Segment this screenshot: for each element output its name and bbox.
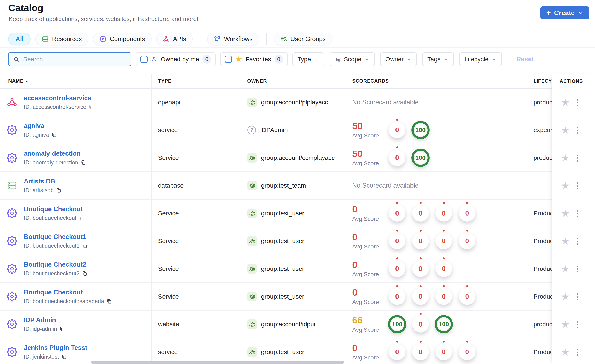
scorecard-gauge[interactable]: 0	[412, 344, 429, 360]
copy-icon[interactable]	[89, 104, 94, 110]
scorecard-gauge[interactable]: 0	[412, 205, 429, 222]
copy-icon[interactable]	[82, 243, 87, 249]
scorecard-gauge[interactable]: 0	[459, 288, 475, 305]
table-row[interactable]: IDP AdminID: idp-adminwebsitegroup:accou…	[0, 311, 595, 338]
tab-resources[interactable]: Resources	[35, 33, 88, 45]
favorite-star-icon[interactable]: ★	[561, 264, 570, 274]
owned-by-me-checkbox[interactable]	[141, 56, 148, 63]
table-row[interactable]: anomaly-detectionID: anomaly-detectionSe…	[0, 144, 595, 172]
scorecard-gauge[interactable]: 0	[459, 344, 475, 360]
scorecard-gauge[interactable]: 0	[389, 149, 405, 166]
scorecard-gauge[interactable]: 0	[435, 260, 452, 277]
entity-name-link[interactable]: accesscontrol-service	[24, 94, 94, 102]
column-header-name[interactable]: NAME ▲	[8, 78, 28, 84]
entity-name-link[interactable]: Artists DB	[24, 178, 62, 185]
kebab-menu-icon[interactable]	[575, 237, 580, 246]
scorecard-gauge[interactable]: 0	[435, 344, 452, 360]
column-header-owner[interactable]: OWNER	[247, 78, 267, 84]
favorite-star-icon[interactable]: ★	[561, 98, 570, 107]
scorecard-gauge[interactable]: 100	[411, 121, 430, 139]
column-header-scorecards[interactable]: SCORECARDS	[352, 78, 389, 84]
table-row[interactable]: Boutique CheckoutID: boutiquecheckoutSer…	[0, 200, 595, 227]
horizontal-scrollbar[interactable]	[91, 361, 344, 364]
table-row[interactable]: agnivaID: agnivaservice?IDPAdmin50Avg Sc…	[0, 116, 595, 144]
copy-icon[interactable]	[56, 188, 62, 193]
copy-icon[interactable]	[82, 271, 87, 276]
favorite-star-icon[interactable]: ★	[561, 347, 570, 357]
table-row[interactable]: Boutique CheckoutID: boutiquecheckoutdsa…	[0, 283, 595, 311]
entity-name-link[interactable]: IDP Admin	[24, 316, 65, 324]
favorite-star-icon[interactable]: ★	[561, 125, 570, 135]
scorecard-gauge[interactable]: 0	[435, 288, 452, 305]
kebab-menu-icon[interactable]	[575, 126, 580, 135]
entity-name-link[interactable]: Boutique Checkout1	[24, 233, 87, 241]
scorecard-gauge[interactable]: 100	[411, 149, 430, 167]
kebab-menu-icon[interactable]	[575, 154, 580, 163]
create-button[interactable]: + Create	[540, 7, 589, 19]
scorecard-gauge[interactable]: 0	[459, 205, 475, 222]
kebab-menu-icon[interactable]	[575, 348, 580, 357]
tab-all[interactable]: All	[8, 33, 31, 45]
kebab-menu-icon[interactable]	[575, 181, 580, 190]
scorecard-gauge[interactable]: 0	[389, 344, 405, 360]
scorecard-gauge[interactable]: 0	[412, 316, 429, 333]
copy-icon[interactable]	[81, 160, 86, 165]
favorite-star-icon[interactable]: ★	[561, 209, 570, 218]
table-row[interactable]: Artists DBID: artistsdbdatabasegroup:tes…	[0, 172, 595, 200]
favorite-star-icon[interactable]: ★	[561, 236, 570, 246]
favorite-star-icon[interactable]: ★	[561, 292, 570, 302]
search-box[interactable]	[8, 52, 131, 66]
kebab-menu-icon[interactable]	[575, 98, 580, 107]
scorecard-gauge[interactable]: 0	[389, 122, 405, 138]
favorite-star-icon[interactable]: ★	[561, 153, 570, 163]
scorecard-gauge[interactable]: 0	[435, 233, 452, 249]
entity-name-link[interactable]: agniva	[24, 122, 57, 130]
scorecard-gauge[interactable]: 100	[435, 315, 453, 333]
table-row[interactable]: Boutique Checkout1ID: boutiquecheckout1S…	[0, 227, 595, 255]
entity-name-link[interactable]: Boutique Checkout	[24, 205, 84, 213]
copy-icon[interactable]	[59, 326, 65, 332]
tab-workflows[interactable]: Workflows	[207, 33, 259, 45]
scorecard-gauge[interactable]: 0	[389, 233, 405, 249]
favorites-filter[interactable]: ★ Favorites 0	[220, 52, 288, 66]
filter-dropdown-type[interactable]: Type	[292, 52, 324, 66]
filter-dropdown-tags[interactable]: Tags	[422, 52, 454, 66]
scorecard-gauge[interactable]: 0	[435, 205, 452, 222]
kebab-menu-icon[interactable]	[575, 292, 580, 301]
kebab-menu-icon[interactable]	[575, 264, 580, 274]
copy-icon[interactable]	[79, 215, 84, 221]
column-header-type[interactable]: TYPE	[158, 78, 171, 84]
scorecard-gauge[interactable]: 0	[389, 205, 405, 222]
tab-user-groups[interactable]: User Groups	[274, 33, 332, 45]
entity-name-link[interactable]: Boutique Checkout	[24, 289, 112, 296]
favorite-star-icon[interactable]: ★	[561, 181, 570, 191]
reset-filters-button[interactable]: Reset	[515, 55, 535, 63]
tab-apis[interactable]: APIs	[156, 33, 193, 45]
scorecard-gauge[interactable]: 0	[389, 260, 405, 277]
kebab-menu-icon[interactable]	[575, 320, 580, 329]
scorecard-gauge[interactable]: 100	[388, 315, 406, 333]
kebab-menu-icon[interactable]	[575, 209, 580, 218]
scorecard-gauge[interactable]: 0	[459, 233, 475, 249]
table-row[interactable]: Jenkins Plugin TesstID: jenkinstestservi…	[0, 338, 595, 364]
favorite-star-icon[interactable]: ★	[561, 320, 570, 329]
scorecard-gauge[interactable]: 0	[412, 288, 429, 305]
scorecard-gauge[interactable]: 0	[412, 260, 429, 277]
scorecard-gauge[interactable]: 0	[412, 233, 429, 249]
column-header-lifecycle[interactable]: LIFECYC	[530, 74, 552, 88]
favorites-checkbox[interactable]	[225, 56, 232, 63]
filter-dropdown-lifecycle[interactable]: Lifecycle	[459, 52, 502, 66]
copy-icon[interactable]	[61, 354, 67, 360]
owned-by-me-filter[interactable]: Owned by me 0	[136, 52, 216, 66]
entity-name-link[interactable]: anomaly-detection	[24, 150, 86, 157]
scorecard-gauge[interactable]: 0	[389, 288, 405, 305]
filter-dropdown-owner[interactable]: Owner	[380, 52, 417, 66]
table-row[interactable]: Boutique Checkout2ID: boutiquecheckout2S…	[0, 255, 595, 283]
table-row[interactable]: accesscontrol-serviceID: accesscontrol-s…	[0, 89, 595, 116]
search-input[interactable]	[23, 56, 127, 63]
filter-dropdown-scope[interactable]: Scope	[330, 52, 375, 66]
copy-icon[interactable]	[51, 132, 57, 138]
entity-name-link[interactable]: Boutique Checkout2	[24, 261, 87, 268]
copy-icon[interactable]	[106, 299, 112, 304]
tab-components[interactable]: Components	[93, 33, 152, 45]
